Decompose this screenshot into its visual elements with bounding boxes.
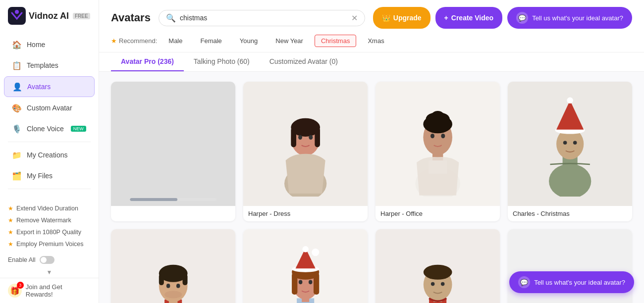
avatar-image-harper-office [376,82,500,206]
premium-section: ★ Extend Video Duration ★ Remove Waterma… [0,198,99,253]
star-icon: ★ [8,205,13,212]
sidebar-item-label: Templates [27,61,58,69]
avatar-card-madison-christmas[interactable]: ⛄ Madison - Christmas [243,229,368,303]
svg-point-17 [441,134,445,138]
sidebar-item-my-files[interactable]: 🗂️ My Files [4,166,95,186]
avatar-image-daniel-festival: ❄ ✦ ✦ [376,229,500,303]
avatar-card-charles-christmas[interactable]: Charles - Christmas [508,82,632,221]
svg-point-35 [176,284,180,288]
main-content: Avatars 🔍 ✕ 👑 Upgrade + Create Video 💬 T… [99,0,644,303]
avatar-grid-area: Harper - Dress [99,72,644,303]
nav-divider [8,142,91,142]
sidebar-item-label: My Files [27,172,53,180]
svg-point-25 [563,141,567,145]
rewards-label: Join and Get Rewards! [26,283,91,298]
sidebar-item-avatars[interactable]: 👤 Avatars [4,76,95,97]
custom-avatar-icon: 🎨 [12,103,22,113]
search-input[interactable] [180,14,347,22]
premium-item-1080p: ★ Export in 1080P Quality [8,226,91,238]
svg-rect-45 [292,273,297,295]
filter-female[interactable]: Female [194,35,228,47]
avatar-image-loading [111,82,235,206]
search-icon: 🔍 [166,13,176,23]
loading-bar-inner [130,198,178,201]
avatar-card-lucas-christmas[interactable]: ❄ ❄ ❄ Lucas - Christmas [111,229,235,303]
sidebar-item-label: Custom Avatar [27,104,72,112]
svg-point-60 [441,282,445,286]
enable-all-row: Enable All [0,253,99,267]
filter-male[interactable]: Male [162,35,189,47]
home-icon: 🏠 [12,40,22,50]
create-video-button[interactable]: + Create Video [435,7,503,29]
svg-point-26 [573,141,577,145]
sidebar-nav: 🏠 Home 📋 Templates 👤 Avatars 🎨 Custom Av… [0,32,99,198]
plus-icon: + [444,14,448,22]
svg-point-58 [424,265,452,280]
avatar-person-charles-christmas [517,91,623,197]
reward-icon: 🎁 3 [8,284,22,298]
svg-point-49 [302,246,309,252]
premium-item-voices: ★ Employ Premium Voices [8,238,91,250]
sidebar-item-home[interactable]: 🏠 Home [4,35,95,54]
upgrade-icon: 👑 [382,14,390,22]
filter-xmas[interactable]: Xmas [361,35,390,47]
collapse-chevron[interactable]: ▼ [0,267,99,278]
avatar-image-charles-christmas [508,82,632,206]
ask-widget[interactable]: 💬 Tell us what's your ideal avatar? [507,7,632,29]
sidebar-item-tools[interactable]: ⚙️ Tools [4,192,95,198]
svg-point-1 [15,10,19,14]
svg-point-24 [567,97,573,103]
search-bar: 🔍 ✕ [159,10,365,26]
svg-point-34 [166,284,170,288]
avatar-label-harper-office: Harper - Office [376,206,500,221]
recommend-star: ★ [111,37,117,45]
sidebar: Vidnoz AI FREE 🏠 Home 📋 Templates 👤 Avat… [0,0,99,303]
svg-rect-32 [159,274,164,285]
filter-christmas[interactable]: Christmas [315,35,357,47]
ask-widget-bottom[interactable]: 💬 Tell us what's your ideal avatar? [509,271,634,293]
sidebar-item-clone-voice[interactable]: 🎙️ Clone Voice NEW [4,119,95,139]
filter-young[interactable]: Young [233,35,264,47]
logo-icon [8,7,26,25]
recommend-label: ★ Recommend: [111,37,157,45]
clone-voice-icon: 🎙️ [12,124,22,134]
sidebar-item-templates[interactable]: 📋 Templates [4,55,95,75]
filter-new-year[interactable]: New Year [269,35,310,47]
tab-talking-photo[interactable]: Talking Photo (60) [184,52,260,71]
avatar-card-harper-office[interactable]: Harper - Office [376,82,500,221]
avatar-person-harper-dress [253,91,358,197]
avatar-card-harper-dress[interactable]: Harper - Dress [243,82,368,221]
upgrade-button[interactable]: 👑 Upgrade [373,7,430,29]
sidebar-item-label: Avatars [27,83,51,91]
svg-point-50 [312,249,319,256]
tab-customized-avatar[interactable]: Customized Avatar (0) [260,52,348,71]
enable-all-toggle[interactable] [40,256,54,264]
header: Avatars 🔍 ✕ 👑 Upgrade + Create Video 💬 T… [99,0,644,52]
new-badge: NEW [71,126,86,132]
app-name: Vidnoz AI [29,11,69,21]
avatar-card-loading[interactable] [111,82,235,221]
rewards-section[interactable]: 🎁 3 Join and Get Rewards! [0,278,99,303]
avatar-label-harper-dress: Harper - Dress [243,206,368,221]
logo-area: Vidnoz AI FREE [0,0,99,32]
sidebar-item-custom-avatar[interactable]: 🎨 Custom Avatar [4,98,95,118]
svg-point-36 [164,291,182,298]
svg-point-15 [431,111,444,121]
avatar-person-madison-christmas: ⛄ [253,239,358,303]
svg-point-52 [309,280,313,284]
sidebar-item-label: Home [27,41,45,49]
avatar-card-daniel-festival[interactable]: ❄ ✦ ✦ Daniel - Festival [376,229,500,303]
tab-avatar-pro[interactable]: Avatar Pro (236) [111,52,184,71]
avatar-label-loading [111,206,235,214]
avatar-grid: Harper - Dress [111,82,632,303]
avatar-label-charles-christmas: Charles - Christmas [508,206,632,221]
my-creations-icon: 📁 [12,150,22,160]
avatar-person-daniel-festival: ❄ ✦ ✦ [385,239,490,303]
svg-point-59 [431,282,435,286]
star-icon: ★ [8,241,13,248]
free-badge: FREE [73,13,90,19]
clear-search-button[interactable]: ✕ [351,13,358,23]
sidebar-item-my-creations[interactable]: 📁 My Creations [4,145,95,165]
svg-point-51 [299,280,303,284]
tabs: Avatar Pro (236) Talking Photo (60) Cust… [99,52,644,72]
